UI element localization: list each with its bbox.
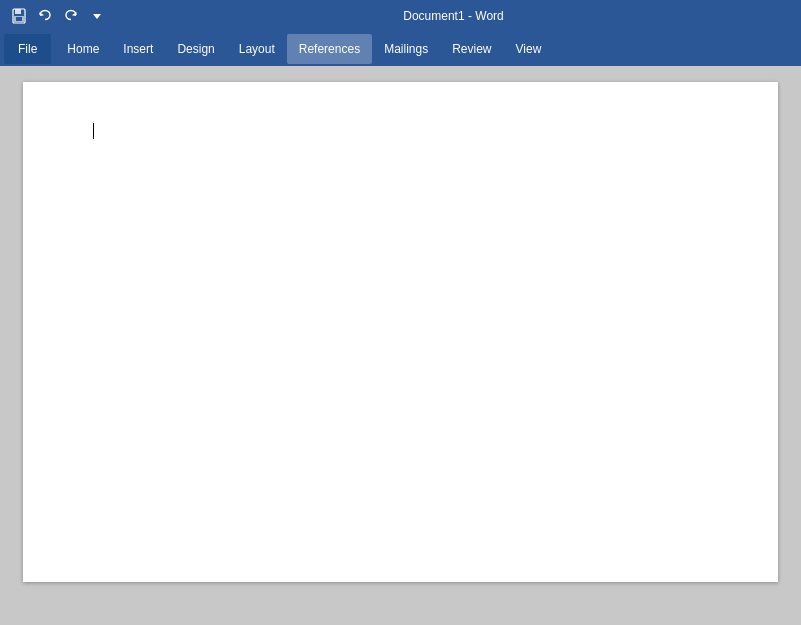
save-button[interactable] bbox=[8, 5, 30, 27]
quick-access-toolbar bbox=[8, 5, 108, 27]
menu-item-design[interactable]: Design bbox=[165, 34, 226, 64]
menu-item-home[interactable]: Home bbox=[55, 34, 111, 64]
svg-rect-3 bbox=[16, 17, 22, 21]
menu-item-insert[interactable]: Insert bbox=[111, 34, 165, 64]
menu-item-references[interactable]: References bbox=[287, 34, 372, 64]
document-area[interactable] bbox=[0, 66, 801, 625]
ribbon-menu-bar: File Home Insert Design Layout Reference… bbox=[0, 32, 801, 66]
undo-icon bbox=[37, 8, 53, 24]
title-bar: Document1 - Word bbox=[0, 0, 801, 32]
customize-quick-access-button[interactable] bbox=[86, 5, 108, 27]
svg-marker-6 bbox=[93, 14, 101, 19]
dropdown-arrow-icon bbox=[89, 8, 105, 24]
menu-item-review[interactable]: Review bbox=[440, 34, 503, 64]
svg-rect-1 bbox=[15, 9, 21, 14]
window-title: Document1 - Word bbox=[114, 9, 793, 23]
document-page[interactable] bbox=[23, 82, 778, 582]
menu-item-layout[interactable]: Layout bbox=[227, 34, 287, 64]
text-cursor bbox=[93, 123, 94, 139]
redo-button[interactable] bbox=[60, 5, 82, 27]
undo-button[interactable] bbox=[34, 5, 56, 27]
redo-icon bbox=[63, 8, 79, 24]
save-icon bbox=[11, 8, 27, 24]
menu-item-view[interactable]: View bbox=[504, 34, 554, 64]
menu-item-mailings[interactable]: Mailings bbox=[372, 34, 440, 64]
menu-item-file[interactable]: File bbox=[4, 34, 51, 64]
